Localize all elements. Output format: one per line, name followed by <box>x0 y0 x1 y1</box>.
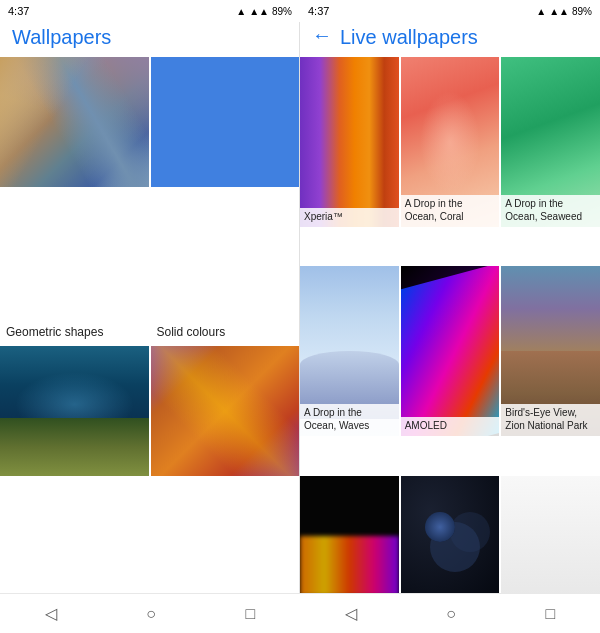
live-item-streaks[interactable] <box>300 476 399 596</box>
geometric-thumbnail <box>0 57 149 187</box>
solid-label: Solid colours <box>151 321 300 344</box>
signal-icon: ▲▲ <box>249 6 269 17</box>
live-item-seaweed[interactable]: A Drop in the Ocean, Seaweed <box>501 57 600 227</box>
bubbles-thumbnail <box>401 476 500 596</box>
back-arrow-button[interactable]: ← <box>312 24 332 47</box>
wallpapers-title: Wallpapers <box>12 26 287 49</box>
wallpaper-item-seascapes[interactable]: Seascapes <box>0 346 149 633</box>
wallpaper-item-solid[interactable]: Solid colours <box>151 57 300 344</box>
wifi-icon-right: ▲ <box>536 6 546 17</box>
live-item-xperia[interactable]: Xperia™ <box>300 57 399 227</box>
xperia-label: Xperia™ <box>300 208 399 227</box>
streaks-thumbnail <box>300 476 399 596</box>
status-bar-left: 4:37 ▲ ▲▲ 89% <box>0 0 300 22</box>
back-button-right[interactable]: ◁ <box>329 598 373 629</box>
live-wallpapers-grid: Xperia™ A Drop in the Ocean, Coral A Dro… <box>300 57 600 633</box>
amoled-label: AMOLED <box>401 417 500 436</box>
home-button-right[interactable]: ○ <box>430 599 472 629</box>
live-thumbnail <box>151 346 300 476</box>
zion-label: Bird's-Eye View, Zion National Park <box>501 404 600 436</box>
time-left: 4:37 <box>8 5 29 17</box>
right-header-row: ← Live wallpapers <box>312 22 588 49</box>
coral-label: A Drop in the Ocean, Coral <box>401 195 500 227</box>
back-button-left[interactable]: ◁ <box>29 598 73 629</box>
right-panel: 4:37 ▲ ▲▲ 89% ← Live wallpapers Xperia™ … <box>300 0 600 633</box>
nav-bar-left: ◁ ○ □ <box>0 593 300 633</box>
signal-icon-right: ▲▲ <box>549 6 569 17</box>
live-item-waves[interactable]: A Drop in the Ocean, Waves <box>300 266 399 436</box>
home-button-left[interactable]: ○ <box>130 599 172 629</box>
amoled-thumbnail <box>401 266 500 436</box>
battery-right: 89% <box>572 6 592 17</box>
seaweed-label: A Drop in the Ocean, Seaweed <box>501 195 600 227</box>
left-panel: 4:37 ▲ ▲▲ 89% Wallpapers Geometric shape… <box>0 0 300 633</box>
live-wallpapers-title: Live wallpapers <box>340 26 478 49</box>
live-item-amoled[interactable]: AMOLED <box>401 266 500 436</box>
recent-button-left[interactable]: □ <box>230 599 272 629</box>
live-item-coral[interactable]: A Drop in the Ocean, Coral <box>401 57 500 227</box>
geometric-label: Geometric shapes <box>0 321 149 344</box>
status-bar-right: 4:37 ▲ ▲▲ 89% <box>300 0 600 22</box>
white-thumbnail <box>501 476 600 596</box>
nav-bar-right: ◁ ○ □ <box>300 593 600 633</box>
wallpaper-item-live[interactable]: Live wallpapers <box>151 346 300 633</box>
status-icons-right: ▲ ▲▲ 89% <box>536 6 592 17</box>
status-icons-left: ▲ ▲▲ 89% <box>236 6 292 17</box>
xperia-thumbnail <box>300 57 399 227</box>
live-item-bubbles[interactable] <box>401 476 500 596</box>
wifi-icon: ▲ <box>236 6 246 17</box>
live-item-zion[interactable]: Bird's-Eye View, Zion National Park <box>501 266 600 436</box>
seascapes-thumbnail <box>0 346 149 476</box>
time-right: 4:37 <box>308 5 329 17</box>
recent-button-right[interactable]: □ <box>530 599 572 629</box>
wallpaper-grid: Geometric shapes Solid colours Seascapes… <box>0 57 299 633</box>
solid-thumbnail <box>151 57 300 187</box>
live-item-white[interactable] <box>501 476 600 596</box>
waves-label: A Drop in the Ocean, Waves <box>300 404 399 436</box>
battery-left: 89% <box>272 6 292 17</box>
wallpaper-item-geometric[interactable]: Geometric shapes <box>0 57 149 344</box>
